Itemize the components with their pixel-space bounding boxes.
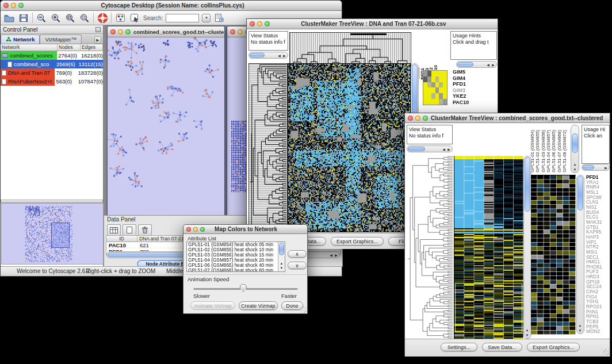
scroll-left-icon[interactable]: ◀ — [277, 53, 282, 58]
help-lifering-icon[interactable] — [97, 12, 108, 24]
float-panel-icon[interactable] — [95, 27, 101, 32]
scroll-right-icon[interactable]: ▶ — [603, 166, 609, 170]
zoom-hscrollbar[interactable]: ◀ ▶ — [456, 61, 497, 68]
column-label[interactable]: GPL51-06 (GSM865) — [551, 130, 556, 173]
network-list-row[interactable]: combined_scores2764(0)16218(0) — [1, 51, 103, 60]
scroll-thumb[interactable] — [457, 62, 473, 67]
scroll-down-icon[interactable]: ▼ — [577, 328, 583, 333]
col-header-network[interactable]: Network — [1, 44, 58, 51]
zoom-in-icon[interactable] — [50, 12, 62, 24]
zoom-heatmap[interactable] — [423, 70, 447, 105]
move-down-button[interactable]: ∨ — [288, 262, 307, 269]
row-dendrogram[interactable] — [407, 156, 453, 339]
zoom-selected-icon[interactable] — [79, 12, 90, 24]
col-header-nodes[interactable]: Nodes — [58, 44, 81, 51]
scroll-right-icon[interactable]: ▶ — [282, 53, 287, 58]
column-label[interactable]: GPL51-02 (GSM855) — [535, 130, 540, 173]
network1-canvas[interactable] — [108, 37, 224, 218]
import-table-icon[interactable] — [213, 12, 225, 24]
tab-network[interactable]: Network — [1, 35, 40, 44]
scroll-down-icon[interactable]: ▼ — [572, 167, 577, 172]
row-label[interactable]: YKE2 — [453, 93, 497, 99]
close-button[interactable] — [3, 3, 9, 8]
row-dendrogram[interactable] — [248, 63, 288, 232]
minimize-button[interactable] — [238, 29, 243, 35]
save-button[interactable] — [18, 12, 29, 24]
global-heatmap[interactable] — [454, 156, 523, 339]
network2-canvas[interactable] — [231, 121, 247, 192]
hints-scrollbar[interactable]: ▶ — [582, 164, 610, 171]
zoom-button[interactable] — [200, 227, 205, 232]
tab-overflow-arrow-icon[interactable]: ▶ — [94, 36, 101, 44]
minimize-button[interactable] — [193, 227, 198, 232]
minimize-button[interactable] — [118, 29, 123, 35]
row-label[interactable]: GIM5 — [453, 69, 497, 75]
vizmap-colors-icon[interactable] — [114, 12, 126, 24]
attribute-list-scrollbar[interactable]: ▲ ▼ — [278, 242, 285, 271]
scroll-thumb[interactable] — [408, 147, 425, 151]
scroll-right-icon[interactable]: ▶ — [334, 253, 339, 258]
slider-thumb[interactable] — [240, 284, 247, 292]
settings-button[interactable]: Settings... — [441, 343, 477, 351]
scroll-thumb[interactable] — [583, 165, 594, 170]
dialog-title-bar[interactable]: Map Colors to Network — [183, 225, 307, 234]
birdseye-view[interactable] — [1, 203, 104, 265]
gene-label[interactable]: MON2 — [586, 329, 610, 334]
zoom-out-icon[interactable] — [36, 12, 47, 24]
attribute-item[interactable]: GPL51-07 (GSM868) heat shock 60 min — [187, 268, 285, 272]
zoom-fit-icon[interactable] — [64, 12, 76, 24]
scroll-left-icon[interactable]: ◀ — [328, 253, 334, 258]
column-labels-scrollbar[interactable]: ▲ ▼ — [571, 125, 579, 173]
tab-vizmapper[interactable]: VizMapper™ — [40, 35, 82, 44]
new-attribute-icon[interactable] — [123, 224, 136, 235]
save-data-button[interactable]: Save Data... — [482, 343, 522, 351]
gene-labels[interactable]: PFD1YRA1RNR4MSL1SPC98CLN1NIS1BUD4ELG1MAK… — [585, 175, 610, 334]
scroll-down-icon[interactable]: ▼ — [278, 266, 285, 271]
zoom-button[interactable] — [18, 3, 24, 8]
move-up-button[interactable]: ∧ — [288, 250, 307, 258]
close-button[interactable] — [186, 227, 191, 232]
column-label[interactable]: GPL51-04 (GSM857) — [546, 130, 551, 173]
view-status-scrollbar[interactable]: ◀ ▶ — [407, 145, 453, 152]
scroll-thumb[interactable] — [572, 133, 578, 153]
zoom-heatmap[interactable] — [531, 175, 576, 335]
export-graphics-button[interactable]: Export Graphics... — [331, 237, 384, 246]
open-file-button[interactable] — [3, 12, 15, 24]
scroll-right-icon[interactable]: ▶ — [446, 147, 452, 152]
animate-vizmap-button[interactable]: Animate Vizmap — [190, 301, 235, 310]
row-label[interactable]: GIM3 — [453, 87, 497, 94]
export-graphics-button[interactable]: Export Graphics... — [527, 343, 580, 351]
scroll-left-icon[interactable]: ◀ — [485, 63, 491, 67]
column-label[interactable]: GPL51-07 (GSM868) — [557, 130, 562, 173]
scroll-right-icon[interactable]: ▶ — [491, 63, 496, 67]
row-label[interactable]: GIM4 — [453, 75, 497, 82]
resize-grip[interactable] — [603, 349, 609, 355]
scroll-down-icon[interactable]: ▼ — [525, 333, 530, 338]
zoom-column-labels[interactable]: GPL51-01 (GSM854)GPL51-02 (GSM855)GPL51-… — [530, 125, 569, 173]
minimize-button[interactable] — [11, 3, 16, 8]
network-list-row[interactable]: DNA and Tran 07769(0)183728(0) — [1, 68, 103, 77]
zoom-button[interactable] — [423, 116, 428, 121]
zoom-button[interactable] — [265, 21, 270, 26]
attribute-select-icon[interactable] — [107, 224, 121, 235]
scroll-thumb[interactable] — [577, 176, 583, 210]
treeview2-title-bar[interactable]: ClusterMaker TreeView : combined_scores_… — [405, 113, 610, 123]
scroll-thumb[interactable] — [279, 243, 284, 255]
minimize-button[interactable] — [415, 116, 420, 121]
scroll-up-icon[interactable]: ▲ — [577, 323, 583, 328]
scroll-left-icon[interactable]: ◀ — [441, 147, 446, 152]
close-button[interactable] — [408, 116, 413, 121]
global-heatmap[interactable] — [288, 63, 411, 232]
search-input[interactable] — [166, 14, 199, 22]
network-list-row[interactable]: RNAPuberNov2+I563(0)107847(0) — [1, 77, 103, 86]
zoom-vscrollbar[interactable]: ▲ ▼ — [576, 175, 584, 334]
resize-grip[interactable] — [300, 306, 307, 313]
column-label[interactable]: GPL51-03 (GSM856) — [541, 130, 546, 173]
treeview1-title-bar[interactable]: ClusterMaker TreeView : DNA and Tran 07-… — [247, 19, 498, 29]
close-button[interactable] — [230, 29, 235, 35]
search-dropdown-icon[interactable]: ▼ — [202, 14, 211, 22]
row-label[interactable]: PAC10 — [453, 99, 497, 106]
close-button[interactable] — [250, 21, 255, 26]
create-vizmap-button[interactable]: Create Vizmap — [239, 301, 278, 310]
column-label[interactable]: GPL51-08 (GSM872) — [562, 130, 567, 173]
